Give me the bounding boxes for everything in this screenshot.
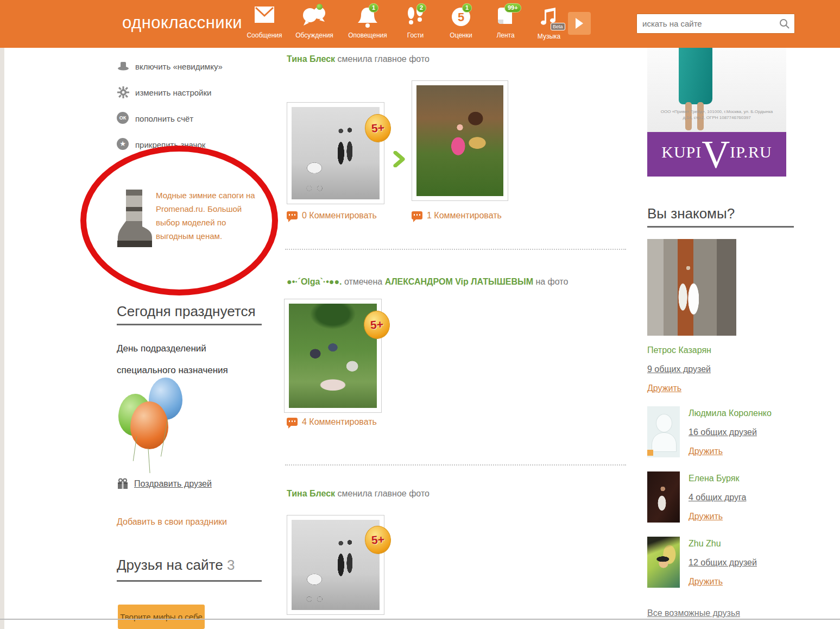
nav-messages[interactable]: Сообщения: [241, 5, 288, 39]
comment-link[interactable]: 0 Комментировать: [287, 211, 377, 221]
sidebar-item-settings[interactable]: изменить настройки: [117, 86, 211, 100]
friend-name-link[interactable]: Людмила Короленко: [689, 408, 772, 418]
nav-marks[interactable]: 5 1 Оценки: [438, 5, 484, 39]
avatar[interactable]: [647, 537, 680, 588]
bell-icon: 1: [356, 5, 380, 30]
site-search: [636, 14, 795, 34]
post-header: Тина Блеск сменила главное фото: [287, 489, 430, 499]
page-bottom-divider: [0, 619, 840, 620]
post-photo-new[interactable]: [412, 80, 508, 201]
nav-music[interactable]: Музыка Beta: [526, 5, 572, 40]
feed-separator: [285, 464, 626, 466]
balloon-string: [148, 448, 150, 473]
sidebar-item-label: пополнить счёт: [135, 114, 193, 123]
gear-icon: [117, 86, 130, 99]
search-icon[interactable]: [779, 18, 790, 32]
kupivip-logo-v: V: [702, 133, 730, 176]
add-friend-link[interactable]: Дружить: [689, 446, 723, 456]
add-holidays-link[interactable]: Добавить в свои праздники: [117, 517, 227, 527]
all-possible-friends-link[interactable]: Все возможные друзья: [647, 608, 740, 618]
site-logo[interactable]: одноклассники: [122, 13, 242, 33]
nav-label: Гости: [392, 32, 439, 39]
kupivip-ad[interactable]: ООО «Привет Трейд», 101000, г.Москва, ул…: [647, 48, 786, 177]
sidebar-item-label: прикрепить значок: [135, 140, 205, 149]
comment-label: 4 Комментировать: [302, 417, 377, 426]
status-indicator: [647, 450, 653, 456]
nav-guests[interactable]: 2 Гости: [392, 5, 439, 39]
post-header: Тина Блеск сменила главное фото: [287, 54, 430, 64]
congratulate-friends-label: Поздравить друзей: [134, 479, 212, 488]
add-friend-link[interactable]: Дружить: [647, 383, 681, 393]
comment-link[interactable]: 1 Комментировать: [412, 211, 502, 221]
sidebar-item-invisible-mode[interactable]: включить «невидимку»: [117, 60, 223, 74]
top-navbar: одноклассники Сообщения Обсуждения 1 Опо…: [0, 0, 840, 48]
ok-coin-icon: ОК: [117, 112, 130, 125]
nav-notifications[interactable]: 1 Оповещения: [344, 5, 391, 39]
guests-badge: 2: [416, 3, 426, 12]
comment-bubble-icon: [412, 211, 422, 219]
nav-discussions[interactable]: Обсуждения: [291, 5, 338, 39]
myths-button[interactable]: Творите мифы о себе: [118, 605, 205, 629]
friend-suggestion: Людмила Короленко 16 общих друзей Дружит…: [647, 406, 680, 461]
add-friend-link[interactable]: Дружить: [689, 512, 723, 521]
kupivip-logo: KUPIVIP.RU: [647, 132, 786, 177]
search-input[interactable]: [642, 16, 773, 31]
boot-ad-image[interactable]: [111, 187, 155, 251]
sidebar-item-label: включить «невидимку»: [135, 62, 223, 71]
mutual-friends-link[interactable]: 16 общих друзей: [689, 427, 757, 437]
ad-legal-text: ООО «Привет Трейд», 101000, г.Москва, ул…: [647, 109, 786, 121]
nav-feed[interactable]: 99+ Лента: [482, 5, 529, 39]
post-action-text: сменила главное фото: [338, 489, 430, 498]
mutual-friends-link[interactable]: 9 общих друзей: [647, 364, 711, 374]
post-author-link[interactable]: Тина Блеск: [287, 54, 335, 64]
unread-dot: [317, 4, 323, 10]
boot-ad-text[interactable]: Модные зимние сапоги на Promenad.ru. Бол…: [156, 188, 262, 243]
friends-online-label: Друзья на сайте: [117, 557, 223, 573]
page: одноклассники Сообщения Обсуждения 1 Опо…: [0, 0, 840, 629]
friend-photo[interactable]: [647, 239, 736, 336]
add-friend-link[interactable]: Дружить: [689, 577, 723, 587]
comment-link[interactable]: 4 Комментировать: [287, 417, 377, 427]
post-author-link[interactable]: Тина Блеск: [287, 489, 335, 498]
kupivip-logo-pre: KUPI: [661, 143, 702, 161]
marks-badge: 1: [462, 3, 472, 12]
nav-label: Сообщения: [241, 32, 288, 39]
top-hat-icon: [117, 60, 130, 73]
mother-child-photo: [416, 85, 503, 196]
balloons-image: [114, 378, 190, 464]
beta-badge: Beta: [551, 23, 565, 30]
star-circle-icon: ★: [117, 138, 130, 151]
sidebar-item-pin-badge[interactable]: ★прикрепить значок: [117, 138, 205, 152]
play-arrow-icon: [574, 17, 584, 30]
friend-name-link[interactable]: Zhu Zhu: [689, 539, 721, 549]
avatar[interactable]: [647, 471, 680, 523]
feed-badge: 99+: [504, 3, 521, 12]
kupivip-logo-post: IP.RU: [730, 143, 772, 161]
footprints-icon: 2: [403, 5, 427, 30]
sidebar-item-label: изменить настройки: [135, 88, 211, 97]
page-edge: [0, 0, 4, 629]
comment-label: 1 Комментировать: [427, 211, 502, 220]
friend-name-link[interactable]: Елена Буряк: [689, 474, 739, 483]
post-author-link[interactable]: ●•·´Olga`·•●●.: [287, 277, 342, 286]
kupivip-ad-photo: ООО «Привет Трейд», 101000, г.Москва, ул…: [647, 48, 786, 132]
sidebar-item-top-up[interactable]: ОКпополнить счёт: [117, 112, 193, 126]
mutual-friends-link[interactable]: 12 общих друзей: [689, 558, 757, 568]
you-know-rule: [647, 226, 794, 228]
post-action-suffix: на фото: [535, 277, 568, 286]
friends-online-count: 3: [227, 557, 235, 573]
comment-bubble-icon: [287, 211, 298, 219]
chat-bubbles-icon: [300, 5, 329, 30]
post-header: ●•·´Olga`·•●●. отмечена АЛЕКСАНДРОМ Vip …: [287, 277, 568, 287]
friend-name-link[interactable]: Петрос Казарян: [647, 345, 711, 355]
nav-label: Лента: [482, 32, 529, 39]
tagger-link[interactable]: АЛЕКСАНДРОМ Vip ЛАТЫШЕВЫМ: [385, 277, 533, 286]
nav-expand-button[interactable]: [568, 12, 591, 35]
mutual-friends-link[interactable]: 4 общих друга: [689, 493, 746, 502]
you-know-heading: Вы знакомы?: [647, 205, 735, 222]
friends-online-heading: Друзья на сайте 3: [117, 557, 235, 574]
today-heading-rule: [117, 324, 262, 325]
nav-label: Оповещения: [344, 32, 391, 39]
holiday-text: День подразделений специального назначен…: [117, 338, 263, 381]
congratulate-friends-link[interactable]: Поздравить друзей: [117, 478, 212, 490]
